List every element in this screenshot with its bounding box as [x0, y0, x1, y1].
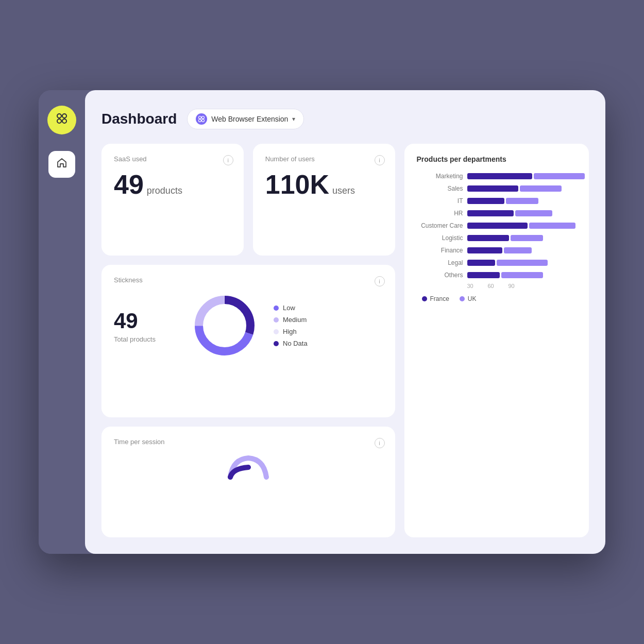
bar-france	[467, 223, 528, 229]
saas-metric: 49 products	[114, 171, 231, 198]
filter-dropdown[interactable]: Web Browser Extension ▾	[187, 109, 304, 129]
users-metric: 110K users	[265, 171, 383, 198]
x-label-60: 60	[488, 283, 509, 289]
dept-row-bars	[467, 185, 577, 192]
dept-row-bars	[467, 197, 577, 205]
dashboard-grid: SaaS used i 49 products Number of users …	[101, 144, 589, 537]
bar-france	[467, 198, 504, 204]
users-label: Number of users	[265, 155, 383, 163]
dept-row: Marketing	[417, 173, 577, 180]
low-label: Low	[283, 304, 295, 312]
high-label: High	[283, 328, 297, 335]
bar-france	[467, 260, 495, 266]
legend-france: France	[422, 295, 449, 302]
bar-france	[467, 235, 509, 241]
bar-france	[467, 210, 514, 216]
saas-info-icon[interactable]: i	[223, 155, 233, 165]
dept-row: Sales	[417, 185, 577, 192]
filter-label: Web Browser Extension	[211, 115, 288, 123]
chevron-down-icon: ▾	[292, 115, 295, 123]
bar-france	[467, 173, 532, 179]
legend-low: Low	[274, 304, 308, 312]
saas-unit: products	[147, 185, 182, 196]
bar-uk	[534, 173, 585, 179]
medium-label: Medium	[283, 316, 307, 324]
saas-card: SaaS used i 49 products	[101, 144, 244, 256]
dept-row-bars	[467, 222, 577, 229]
dept-row-label: IT	[417, 197, 463, 205]
dept-row: HR	[417, 210, 577, 217]
filter-icon	[196, 113, 207, 125]
svg-point-0	[57, 114, 61, 118]
dept-row: IT	[417, 197, 577, 205]
page-title: Dashboard	[101, 111, 177, 127]
uk-label: UK	[468, 295, 477, 302]
nodata-label: No Data	[283, 340, 308, 347]
screen-wrapper: Dashboard Web Browser Extension ▾ SaaS	[39, 90, 605, 554]
dept-title: Products per departments	[417, 155, 577, 163]
bar-france	[467, 247, 502, 253]
dept-row-bars	[467, 210, 577, 217]
legend-medium: Medium	[274, 316, 308, 324]
svg-point-1	[62, 114, 66, 118]
users-info-icon[interactable]: i	[375, 155, 385, 165]
stickness-card: Stickness i 49 Total products	[101, 265, 395, 417]
bar-uk	[520, 185, 562, 192]
stickness-legend: Low Medium High No Data	[274, 304, 308, 347]
svg-point-5	[202, 116, 205, 119]
high-dot	[274, 329, 279, 334]
donut-chart	[191, 292, 258, 359]
legend-uk: UK	[460, 295, 477, 302]
france-label: France	[430, 295, 449, 302]
svg-point-2	[57, 119, 61, 123]
bar-uk	[501, 272, 543, 278]
home-button[interactable]	[48, 151, 75, 178]
bar-uk	[511, 235, 543, 241]
dept-row: Legal	[417, 259, 577, 266]
home-icon	[56, 157, 67, 172]
stickness-info-icon[interactable]: i	[375, 276, 385, 286]
dept-row-label: Sales	[417, 185, 463, 192]
x-label-90: 90	[509, 283, 529, 289]
dept-row: Customer Care	[417, 222, 577, 229]
users-card: Number of users i 110K users	[253, 144, 395, 256]
dept-row-bars	[467, 234, 577, 242]
dept-row: Others	[417, 272, 577, 279]
legend-nodata: No Data	[274, 340, 308, 347]
saas-number: 49	[114, 171, 144, 198]
dept-row-label: Legal	[417, 259, 463, 266]
low-dot	[274, 306, 279, 311]
x-label-30: 30	[467, 283, 488, 289]
time-chart-preview	[114, 454, 383, 480]
time-card: Time per session i	[101, 427, 395, 537]
dept-row-label: Logistic	[417, 234, 463, 242]
stickness-label: Stickness	[114, 276, 383, 284]
users-number: 110K	[265, 171, 329, 198]
bar-france	[467, 185, 518, 192]
logo	[47, 106, 76, 134]
dept-row-label: Finance	[417, 247, 463, 254]
bar-france	[467, 272, 500, 278]
time-info-icon[interactable]: i	[375, 438, 385, 448]
dept-row-label: HR	[417, 210, 463, 217]
sidebar	[39, 90, 85, 554]
svg-point-7	[202, 120, 205, 122]
svg-point-3	[62, 119, 66, 123]
stickness-number: 49	[114, 309, 176, 333]
x-axis: 30 60 90	[417, 283, 577, 289]
bar-uk	[515, 210, 552, 216]
dept-row-label: Marketing	[417, 173, 463, 180]
dept-row: Finance	[417, 247, 577, 254]
dept-row-bars	[467, 272, 577, 279]
dept-legend: France UK	[417, 295, 577, 302]
svg-point-4	[199, 116, 201, 119]
dept-row-label: Customer Care	[417, 222, 463, 229]
time-arc-svg	[228, 454, 269, 480]
time-label: Time per session	[114, 438, 383, 446]
header: Dashboard Web Browser Extension ▾	[101, 109, 589, 129]
uk-dot	[460, 296, 465, 301]
users-unit: users	[332, 185, 355, 196]
dept-row-bars	[467, 173, 585, 180]
stickness-inner: 49 Total products	[114, 292, 383, 359]
logo-icon	[55, 111, 69, 129]
